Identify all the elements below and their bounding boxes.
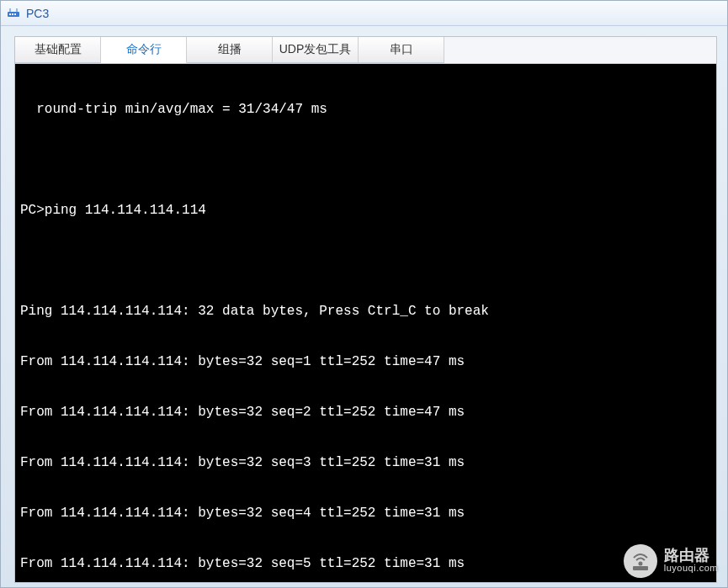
app-icon	[6, 6, 21, 21]
svg-point-6	[638, 562, 642, 566]
terminal-line: round-trip min/avg/max = 31/34/47 ms	[20, 101, 711, 118]
svg-rect-3	[14, 13, 16, 15]
terminal-line: PC>ping 114.114.114.114	[20, 202, 711, 219]
window-title: PC3	[26, 7, 49, 20]
tab-label: 基础配置	[35, 42, 82, 56]
watermark-brand: 路由器	[664, 548, 718, 563]
title-bar[interactable]: PC3	[1, 1, 727, 26]
watermark-text: 路由器 luyouqi.com	[664, 548, 718, 574]
tab-serial[interactable]: 串口	[359, 37, 444, 63]
terminal-line: From 114.114.114.114: bytes=32 seq=3 ttl…	[20, 454, 711, 471]
router-icon	[624, 544, 657, 578]
tab-label: 组播	[218, 42, 242, 56]
terminal-line	[20, 151, 711, 168]
terminal-line: Ping 114.114.114.114: 32 data bytes, Pre…	[20, 303, 711, 320]
terminal-line: From 114.114.114.114: bytes=32 seq=5 ttl…	[20, 555, 711, 572]
tab-label: 命令行	[126, 42, 162, 56]
watermark-site: luyouqi.com	[664, 563, 718, 574]
tab-label: UDP发包工具	[279, 42, 352, 56]
tab-command-line[interactable]: 命令行	[101, 37, 187, 63]
watermark: 路由器 luyouqi.com	[624, 544, 718, 578]
terminal-output[interactable]: round-trip min/avg/max = 31/34/47 ms PC>…	[15, 64, 716, 582]
content-area: 基础配置 命令行 组播 UDP发包工具 串口 round-trip min/av…	[14, 36, 717, 583]
tab-label: 串口	[390, 42, 413, 56]
tab-multicast[interactable]: 组播	[187, 37, 273, 63]
svg-rect-7	[633, 566, 648, 570]
tab-basic-config[interactable]: 基础配置	[15, 37, 101, 63]
tab-bar: 基础配置 命令行 组播 UDP发包工具 串口	[15, 37, 716, 64]
svg-rect-2	[12, 13, 13, 15]
terminal-line: From 114.114.114.114: bytes=32 seq=2 ttl…	[20, 404, 711, 421]
tab-udp-tool[interactable]: UDP发包工具	[273, 37, 359, 63]
terminal-line	[20, 252, 711, 269]
terminal-line: From 114.114.114.114: bytes=32 seq=4 ttl…	[20, 505, 711, 522]
app-window: PC3 基础配置 命令行 组播 UDP发包工具 串口 round-trip mi…	[0, 0, 728, 588]
terminal-line: From 114.114.114.114: bytes=32 seq=1 ttl…	[20, 353, 711, 370]
svg-rect-1	[9, 13, 11, 15]
